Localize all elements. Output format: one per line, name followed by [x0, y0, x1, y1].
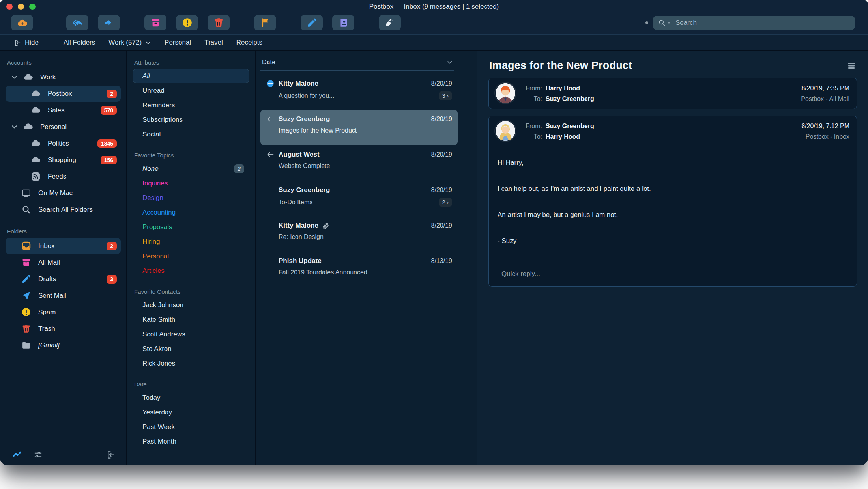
sidebar-folder-trash[interactable]: Trash	[6, 321, 121, 337]
sidebar-folder-all-mail[interactable]: All Mail	[6, 254, 121, 271]
collapse-panel-icon[interactable]	[106, 450, 115, 459]
topic-personal[interactable]: Personal	[133, 249, 249, 263]
address-book-icon	[338, 17, 349, 28]
sidebar-item-on-my-mac[interactable]: On My Mac	[6, 185, 121, 201]
to-name: Harry Hood	[546, 133, 580, 140]
message-card-harry[interactable]: From:Harry Hood To:Suzy Greenberg 8/20/1…	[488, 78, 857, 109]
cloud-account-icon	[23, 122, 33, 132]
close-window-button[interactable]	[6, 4, 13, 10]
message-row-kitty-icon-design[interactable]: Kitty Malone 8/20/19 Re: Icon Design	[260, 216, 458, 252]
date-yesterday[interactable]: Yesterday	[133, 405, 249, 420]
sidebar-folder-feeds[interactable]: Feeds	[6, 168, 121, 185]
topic-none[interactable]: None2	[133, 161, 249, 176]
sidebar-folder-gmail[interactable]: [Gmail]	[6, 337, 121, 353]
cloud-icon	[31, 105, 41, 115]
count-badge: 2	[234, 164, 244, 173]
archive-button[interactable]	[144, 15, 166, 30]
date-today[interactable]: Today	[133, 390, 249, 405]
sidebar-folder-sent-mail[interactable]: Sent Mail	[6, 287, 121, 304]
topic-articles[interactable]: Articles	[133, 263, 249, 278]
quick-bar: Hide All Folders Work (572) Personal Tra…	[0, 34, 868, 51]
contact-scott-andrews[interactable]: Scott Andrews	[133, 327, 249, 342]
sliders-settings-icon[interactable]	[34, 450, 43, 459]
filter-personal[interactable]: Personal	[158, 39, 198, 47]
trash-icon	[21, 324, 31, 334]
spam-icon	[182, 17, 193, 28]
attribute-social[interactable]: Social	[133, 127, 249, 142]
forward-button[interactable]	[98, 15, 120, 30]
topic-proposals[interactable]: Proposals	[133, 220, 249, 234]
to-name: Suzy Greenberg	[546, 95, 594, 102]
favorite-topics-header: Favorite Topics	[127, 149, 255, 161]
contact-kate-smith[interactable]: Kate Smith	[133, 312, 249, 327]
sidebar-folder-spam[interactable]: Spam	[6, 304, 121, 320]
thread-count-badge[interactable]: 3 ›	[439, 91, 452, 100]
date-past-week[interactable]: Past Week	[133, 420, 249, 434]
search-box[interactable]	[653, 16, 855, 30]
search-input[interactable]	[675, 19, 850, 27]
topic-design[interactable]: Design	[133, 190, 249, 205]
topic-accounting[interactable]: Accounting	[133, 205, 249, 220]
compose-button[interactable]	[301, 15, 323, 30]
topic-hiring[interactable]: Hiring	[133, 234, 249, 249]
message-row-august-west[interactable]: August West 8/20/19 Website Complete	[260, 145, 458, 181]
message-row-suzy-greenberg-selected[interactable]: Suzy Greenberg 8/20/19 Images for the Ne…	[260, 110, 458, 145]
sidebar-folder-postbox[interactable]: Postbox 2	[6, 86, 121, 102]
attribute-all[interactable]: All	[133, 69, 249, 83]
attribute-reminders[interactable]: Reminders	[133, 98, 249, 112]
message-row-kitty-malone[interactable]: Kitty Malone 8/20/19 A question for you.…	[260, 74, 458, 110]
search-scope-chevron-icon[interactable]	[667, 21, 671, 25]
message-row-suzy-todo[interactable]: Suzy Greenberg 8/20/19 To-Do Items 2 ›	[260, 181, 458, 216]
attribute-subscriptions[interactable]: Subscriptions	[133, 112, 249, 127]
message-body: Hi Harry, I can help out, as I'm an arti…	[497, 147, 849, 245]
activity-pulse-icon[interactable]	[13, 450, 22, 459]
sidebar-folder-politics[interactable]: Politics 1845	[6, 135, 121, 151]
message-header[interactable]: From:Suzy Greenberg To:Harry Hood 8/20/1…	[489, 116, 857, 147]
contact-sto-akron[interactable]: Sto Akron	[133, 342, 249, 356]
message-list: Date Kitty Malone 8/20/19 A question for…	[256, 51, 477, 465]
message-datetime: 8/20/19, 7:12 PM	[801, 121, 849, 131]
delete-button[interactable]	[208, 15, 230, 30]
get-mail-button[interactable]	[11, 15, 33, 30]
topic-inquiries[interactable]: Inquiries	[133, 176, 249, 190]
filter-receipts[interactable]: Receipts	[230, 39, 269, 47]
chevron-down-icon[interactable]	[11, 123, 18, 130]
sidebar-folder-inbox[interactable]: Inbox 2	[6, 238, 121, 254]
flag-button[interactable]	[254, 15, 276, 30]
monitor-icon	[21, 188, 31, 198]
sort-header[interactable]: Date	[260, 54, 454, 71]
address-book-button[interactable]	[332, 15, 354, 30]
attributes-header: Attributes	[127, 56, 255, 69]
thread-count-badge[interactable]: 2 ›	[439, 198, 452, 207]
message-row-phish-update[interactable]: Phish Update 8/13/19 Fall 2019 Tourdates…	[260, 252, 458, 287]
hide-quickbar-button[interactable]: Hide	[7, 39, 45, 47]
sidebar-folder-sales[interactable]: Sales 570	[6, 102, 121, 118]
filter-work[interactable]: Work (572)	[102, 39, 158, 47]
attribute-unread[interactable]: Unread	[133, 83, 249, 98]
date-past-month[interactable]: Past Month	[133, 434, 249, 449]
message-menu-icon[interactable]	[847, 61, 856, 71]
filter-all-folders[interactable]: All Folders	[57, 39, 102, 47]
sidebar-item-search-all-folders[interactable]: Search All Folders	[6, 202, 121, 218]
sort-chevron-icon[interactable]	[447, 59, 453, 65]
sidebar-folder-drafts[interactable]: Drafts 3	[6, 271, 121, 287]
message-datetime: 8/20/19, 7:35 PM	[801, 83, 849, 93]
filter-travel[interactable]: Travel	[198, 39, 230, 47]
sidebar-account-personal[interactable]: Personal	[6, 119, 121, 135]
quick-reply-field[interactable]: Quick reply...	[497, 263, 849, 286]
zoom-window-button[interactable]	[29, 4, 36, 10]
sweep-button[interactable]	[379, 15, 401, 30]
sidebar-account-work[interactable]: Work	[6, 69, 121, 85]
contact-rick-jones[interactable]: Rick Jones	[133, 356, 249, 371]
unread-indicator-icon[interactable]	[266, 79, 275, 88]
minimize-window-button[interactable]	[18, 4, 24, 10]
contact-jack-johnson[interactable]: Jack Johnson	[133, 298, 249, 312]
spam-button[interactable]	[176, 15, 198, 30]
from-name: Harry Hood	[546, 85, 580, 91]
forward-icon	[104, 17, 114, 28]
unread-badge: 1845	[97, 139, 117, 148]
chevron-down-icon[interactable]	[11, 74, 18, 80]
sent-plane-icon	[21, 291, 31, 300]
reply-all-button[interactable]	[66, 15, 88, 30]
sidebar-folder-shopping[interactable]: Shopping 156	[6, 152, 121, 168]
